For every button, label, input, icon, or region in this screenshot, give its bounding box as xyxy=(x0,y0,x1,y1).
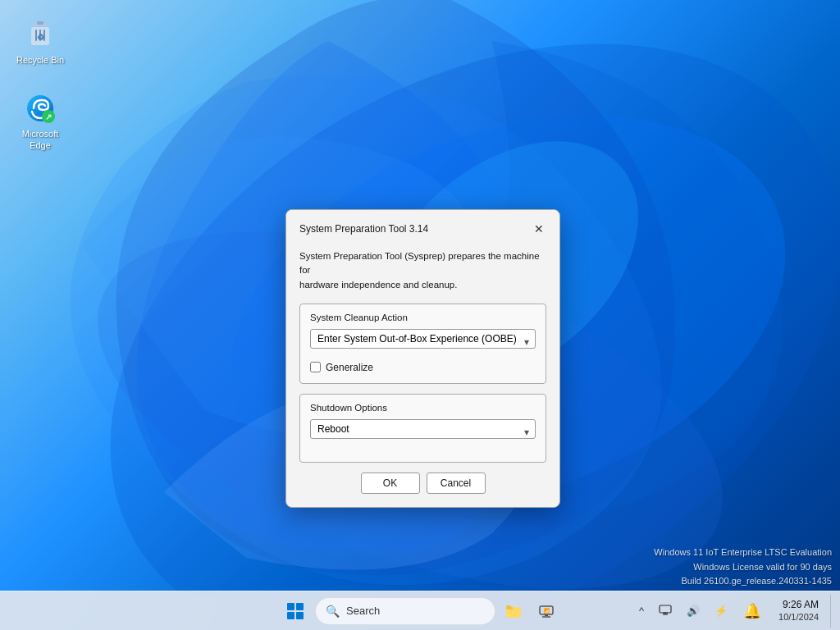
svg-rect-17 xyxy=(506,605,511,609)
clock-date: 10/1/2024 xyxy=(778,611,819,623)
battery-icon: ⚡ xyxy=(714,605,728,617)
notification-center-button[interactable]: 🔔 xyxy=(737,596,767,626)
chevron-up-icon: ^ xyxy=(639,605,644,617)
network-icon xyxy=(659,603,672,619)
clock-time: 9:26 AM xyxy=(783,599,819,612)
windows-logo xyxy=(287,603,304,619)
taskbar: 🔍 Search 📶 xyxy=(0,591,840,630)
dialog-body: System Preparation Tool (Sysprep) prepar… xyxy=(286,246,559,507)
watermark-line3: Build 26100.ge_release.240331-1435 xyxy=(654,574,832,589)
shutdown-group-label: Shutdown Options xyxy=(310,403,536,413)
system-clock[interactable]: 9:26 AM 10/1/2024 xyxy=(772,597,825,625)
dialog-desc-line2: hardware independence and cleanup. xyxy=(299,280,457,290)
shutdown-options-group: Shutdown Options Reboot Shutdown Quit xyxy=(299,394,546,463)
recycle-bin-label: Recycle Bin xyxy=(16,54,64,66)
generalize-label[interactable]: Generalize xyxy=(326,362,373,373)
desktop: ♻ Recycle Bin xyxy=(0,0,840,630)
search-icon: 🔍 xyxy=(326,605,340,618)
network-tray-icon[interactable] xyxy=(654,600,677,622)
dialog-description: System Preparation Tool (Sysprep) prepar… xyxy=(299,249,546,292)
show-desktop-button[interactable] xyxy=(830,595,833,628)
cancel-button[interactable]: Cancel xyxy=(427,472,486,494)
dialog-title: System Preparation Tool 3.14 xyxy=(299,223,428,235)
microsoft-edge-image: ↗ xyxy=(24,92,57,125)
svg-text:↗: ↗ xyxy=(45,112,52,121)
ok-button[interactable]: OK xyxy=(361,472,420,494)
volume-icon: 🔊 xyxy=(687,605,700,617)
svg-text:♻: ♻ xyxy=(37,33,44,42)
shutdown-dropdown-wrapper: Reboot Shutdown Quit xyxy=(310,419,536,445)
svg-text:📶: 📶 xyxy=(544,608,550,614)
taskbar-search[interactable]: 🔍 Search xyxy=(315,597,495,625)
cleanup-action-group: System Cleanup Action Enter System Out-o… xyxy=(299,304,546,384)
windows-watermark: Windows 11 IoT Enterprise LTSC Evaluatio… xyxy=(654,546,832,589)
cleanup-group-label: System Cleanup Action xyxy=(310,313,536,322)
generalize-row: Generalize xyxy=(310,362,536,373)
svg-rect-19 xyxy=(545,614,548,616)
recycle-bin-icon[interactable]: ♻ Recycle Bin xyxy=(11,15,69,69)
search-text: Search xyxy=(346,605,380,617)
file-explorer-taskbar-button[interactable] xyxy=(499,596,528,626)
generalize-checkbox[interactable] xyxy=(310,362,321,372)
watermark-line1: Windows 11 IoT Enterprise LTSC Evaluatio… xyxy=(654,546,832,560)
network-taskbar-button[interactable]: 📶 xyxy=(532,596,561,626)
taskbar-right: ^ 🔊 ⚡ xyxy=(634,595,833,628)
svg-rect-6 xyxy=(37,21,43,25)
battery-tray-icon[interactable]: ⚡ xyxy=(710,601,733,620)
dialog-buttons: OK Cancel xyxy=(299,472,546,494)
notification-icon: 🔔 xyxy=(743,602,761,620)
dialog-close-button[interactable]: ✕ xyxy=(528,218,550,240)
microsoft-edge-icon[interactable]: ↗ Microsoft Edge xyxy=(11,89,69,155)
svg-rect-22 xyxy=(660,605,671,613)
shutdown-dropdown[interactable]: Reboot Shutdown Quit xyxy=(310,419,536,439)
recycle-bin-image: ♻ xyxy=(24,18,57,51)
volume-tray-icon[interactable]: 🔊 xyxy=(682,601,705,620)
dialog-titlebar: System Preparation Tool 3.14 ✕ xyxy=(286,210,559,246)
cleanup-dropdown-wrapper: Enter System Out-of-Box Experience (OOBE… xyxy=(310,329,536,355)
microsoft-edge-label: Microsoft Edge xyxy=(15,128,66,152)
taskbar-center: 🔍 Search 📶 xyxy=(279,595,561,628)
start-button[interactable] xyxy=(279,595,312,628)
dialog-desc-line1: System Preparation Tool (Sysprep) prepar… xyxy=(299,251,540,275)
watermark-line2: Windows License valid for 90 days xyxy=(654,560,832,575)
sysprep-dialog: System Preparation Tool 3.14 ✕ System Pr… xyxy=(285,209,560,508)
cleanup-dropdown[interactable]: Enter System Out-of-Box Experience (OOBE… xyxy=(310,329,536,349)
tray-overflow-button[interactable]: ^ xyxy=(634,601,649,620)
